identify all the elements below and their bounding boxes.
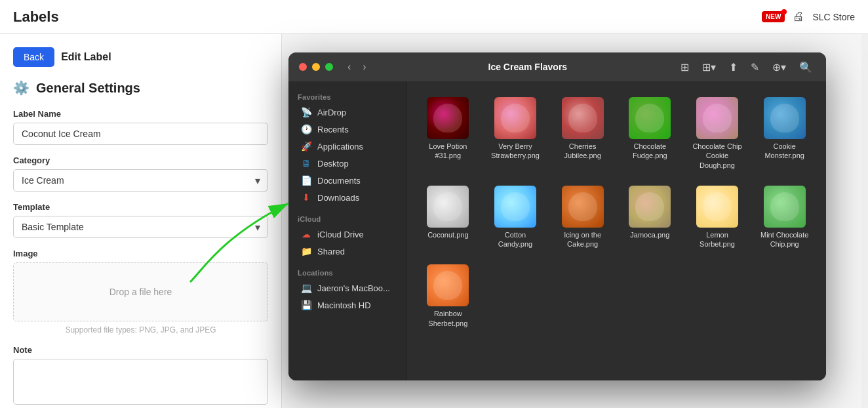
template-label: Template <box>13 202 268 212</box>
finder-item[interactable]: Chocolate Chip Cookie Dough.png <box>686 92 749 175</box>
header-right: NEW 🖨 SLC Store <box>762 10 855 24</box>
finder-sidebar: Favorites 📡 AirDrop 🕐 Recents 🚀 Applicat… <box>288 81 406 380</box>
template-select-wrapper: Basic Template <box>13 216 268 238</box>
macbook-icon: 💻 <box>300 283 312 293</box>
label-name-group: Label Name <box>13 109 268 145</box>
airdrop-icon: 📡 <box>300 107 312 117</box>
finder-item-label: Icing on the Cake.png <box>554 230 611 249</box>
sidebar-item-label-macintosh-hd: Macintosh HD <box>317 300 371 310</box>
finder-item[interactable]: Cookie Monster.png <box>753 92 816 175</box>
finder-item-label: Mint Chocolate Chip.png <box>756 230 813 249</box>
ice-cream-scoop <box>635 192 664 221</box>
finder-item-thumb <box>427 97 469 139</box>
finder-titlebar: ‹ › Ice Cream Flavors ⊞ ⊞▾ ⬆ ✎ ⊕▾ 🔍 <box>288 52 826 81</box>
left-panel: Back Edit Label ⚙️ General Settings Labe… <box>0 34 282 408</box>
finder-nav: ‹ › <box>344 60 370 74</box>
forward-nav-button[interactable]: › <box>359 60 370 74</box>
share-button[interactable]: ⬆ <box>726 60 741 75</box>
search-button[interactable]: 🔍 <box>796 60 816 75</box>
note-textarea[interactable] <box>13 359 268 405</box>
finder-item[interactable]: Lemon Sorbet.png <box>686 180 749 255</box>
finder-item-label: Very Berry Strawberry.png <box>487 142 544 161</box>
finder-item[interactable]: Mint Chocolate Chip.png <box>753 180 816 255</box>
finder-item[interactable]: Cherries Jubilee.png <box>551 92 614 175</box>
sidebar-item-label-documents: Documents <box>317 176 361 186</box>
ice-cream-scoop <box>703 192 732 221</box>
image-drop-area[interactable]: Drop a file here <box>13 262 268 321</box>
template-group: Template Basic Template <box>13 202 268 238</box>
back-button[interactable]: Back <box>13 47 54 67</box>
finder-item-thumb <box>562 97 604 139</box>
more-button[interactable]: ⊕▾ <box>769 60 789 75</box>
sidebar-item-label-airdrop: AirDrop <box>317 108 346 117</box>
category-group: Category Ice Cream <box>13 155 268 192</box>
view-grid-button[interactable]: ⊞ <box>677 60 692 75</box>
header: Labels NEW 🖨 SLC Store <box>0 0 868 34</box>
finder-item-label: Cotton Candy.png <box>487 230 544 249</box>
finder-item[interactable]: Rainbow Sherbet.png <box>417 259 479 333</box>
finder-item-thumb <box>562 186 604 228</box>
sidebar-item-label-downloads: Downloads <box>317 193 359 203</box>
sidebar-item-airdrop[interactable]: 📡 AirDrop <box>291 104 403 121</box>
shared-icon: 📁 <box>300 246 312 256</box>
sidebar-item-label-applications: Applications <box>317 142 363 152</box>
ice-cream-scoop <box>433 271 462 300</box>
locations-header: Locations <box>288 265 406 279</box>
ice-cream-scoop <box>568 104 597 133</box>
maximize-button[interactable] <box>325 63 333 71</box>
note-group: Note <box>13 345 268 407</box>
downloads-icon: ⬇ <box>300 192 312 203</box>
note-label: Note <box>13 345 268 355</box>
sidebar-item-macintosh-hd[interactable]: 💾 Macintosh HD <box>291 296 403 314</box>
label-name-input[interactable] <box>13 123 268 145</box>
sidebar-item-macbook[interactable]: 💻 Jaeron's MacBoo... <box>291 279 403 296</box>
store-icon: 🖨 <box>793 10 804 24</box>
template-select[interactable]: Basic Template <box>13 216 268 238</box>
finder-item-thumb <box>696 97 738 139</box>
category-label: Category <box>13 155 268 165</box>
finder-item[interactable]: Very Berry Strawberry.png <box>484 92 547 175</box>
icloud-drive-icon: ☁ <box>300 229 312 239</box>
finder-item[interactable]: Icing on the Cake.png <box>551 180 614 255</box>
back-nav-button[interactable]: ‹ <box>344 60 355 74</box>
traffic-lights <box>299 63 333 71</box>
finder-item[interactable]: Coconut.png <box>417 180 479 255</box>
finder-item-label: Cherries Jubilee.png <box>554 142 611 161</box>
sidebar-item-desktop[interactable]: 🖥 Desktop <box>291 155 403 172</box>
sidebar-item-documents[interactable]: 📄 Documents <box>291 172 403 189</box>
favorites-header: Favorites <box>288 89 406 104</box>
sidebar-item-icloud-drive[interactable]: ☁ iCloud Drive <box>291 226 403 243</box>
view-options-button[interactable]: ⊞▾ <box>699 60 719 75</box>
ice-cream-scoop <box>770 104 799 133</box>
sidebar-item-label-macbook: Jaeron's MacBoo... <box>317 283 390 293</box>
finder-item-thumb <box>764 186 806 228</box>
edit-label-title: Edit Label <box>61 51 111 63</box>
finder-item[interactable]: Chocolate Fudge.png <box>619 92 681 175</box>
finder-item-label: Rainbow Sherbet.png <box>420 309 477 328</box>
sidebar-item-label-icloud-drive: iCloud Drive <box>317 230 364 239</box>
sidebar-item-recents[interactable]: 🕐 Recents <box>291 121 403 138</box>
category-select[interactable]: Ice Cream <box>13 169 268 192</box>
close-button[interactable] <box>299 63 307 71</box>
minimize-button[interactable] <box>312 63 320 71</box>
finder-item[interactable]: Cotton Candy.png <box>484 180 547 255</box>
sidebar-item-applications[interactable]: 🚀 Applications <box>291 138 403 155</box>
finder-item-label: Coconut.png <box>427 230 468 239</box>
ice-cream-scoop <box>703 104 732 133</box>
finder-item-thumb <box>629 97 671 139</box>
tag-button[interactable]: ✎ <box>747 60 762 75</box>
documents-icon: 📄 <box>300 175 312 186</box>
finder-item-thumb <box>696 186 738 228</box>
finder-item-thumb <box>494 97 536 139</box>
right-scrollbar[interactable] <box>861 34 868 408</box>
sidebar-item-downloads[interactable]: ⬇ Downloads <box>291 189 403 206</box>
finder-item-thumb <box>629 186 671 228</box>
ice-cream-scoop <box>433 104 462 133</box>
sidebar-item-shared[interactable]: 📁 Shared <box>291 243 403 260</box>
finder-item[interactable]: Jamoca.png <box>619 180 681 255</box>
file-types-hint: Supported file types: PNG, JPG, and JPEG <box>13 325 268 335</box>
image-group: Image Drop a file here Supported file ty… <box>13 249 268 335</box>
gear-icon: ⚙️ <box>13 80 30 96</box>
finder-item[interactable]: Love Potion #31.png <box>417 92 479 175</box>
finder-item-thumb <box>764 97 806 139</box>
